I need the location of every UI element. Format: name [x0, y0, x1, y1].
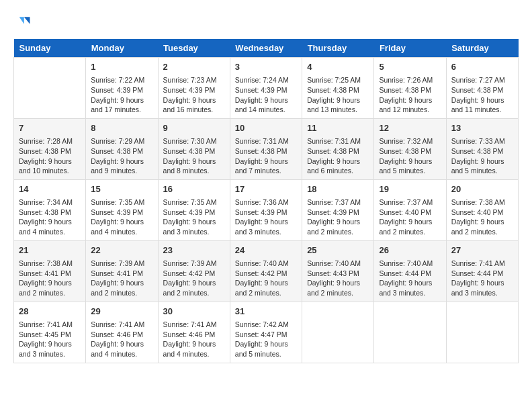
sunset-text: Sunset: 4:39 PM [307, 208, 369, 218]
calendar-cell: 17Sunrise: 7:36 AMSunset: 4:39 PMDayligh… [230, 179, 302, 240]
sunset-text: Sunset: 4:38 PM [307, 146, 369, 156]
sunrise-text: Sunrise: 7:23 AM [163, 75, 225, 85]
sunset-text: Sunset: 4:38 PM [19, 208, 81, 218]
daylight-text: Daylight: 9 hours and 2 minutes. [379, 217, 441, 236]
week-row-2: 7Sunrise: 7:28 AMSunset: 4:38 PMDaylight… [14, 118, 519, 179]
calendar-cell: 3Sunrise: 7:24 AMSunset: 4:39 PMDaylight… [230, 58, 302, 119]
sunset-text: Sunset: 4:42 PM [235, 269, 297, 279]
sunset-text: Sunset: 4:38 PM [379, 85, 441, 95]
day-number: 14 [19, 183, 81, 195]
svg-marker-0 [24, 17, 30, 24]
calendar-cell: 12Sunrise: 7:32 AMSunset: 4:38 PMDayligh… [374, 118, 446, 179]
calendar-cell: 1Sunrise: 7:22 AMSunset: 4:39 PMDaylight… [86, 58, 158, 119]
daylight-text: Daylight: 9 hours and 17 minutes. [91, 95, 152, 115]
daylight-text: Daylight: 9 hours and 16 minutes. [163, 95, 225, 115]
calendar-cell: 28Sunrise: 7:41 AMSunset: 4:45 PMDayligh… [14, 302, 86, 363]
daylight-text: Daylight: 9 hours and 3 minutes. [379, 278, 441, 298]
daylight-text: Daylight: 9 hours and 2 minutes. [451, 217, 513, 236]
week-row-3: 14Sunrise: 7:34 AMSunset: 4:38 PMDayligh… [14, 179, 519, 240]
sunrise-text: Sunrise: 7:40 AM [235, 259, 297, 269]
sunset-text: Sunset: 4:46 PM [163, 330, 225, 340]
day-number: 5 [379, 61, 441, 73]
daylight-text: Daylight: 9 hours and 7 minutes. [235, 156, 297, 176]
sunset-text: Sunset: 4:38 PM [91, 146, 152, 156]
calendar-cell: 18Sunrise: 7:37 AMSunset: 4:39 PMDayligh… [302, 179, 374, 240]
day-number: 23 [163, 244, 225, 257]
calendar-cell: 4Sunrise: 7:25 AMSunset: 4:38 PMDaylight… [302, 58, 374, 119]
header-saturday: Saturday [446, 39, 518, 58]
sunset-text: Sunset: 4:42 PM [163, 269, 225, 279]
week-row-1: 1Sunrise: 7:22 AMSunset: 4:39 PMDaylight… [14, 58, 519, 119]
sunrise-text: Sunrise: 7:38 AM [19, 259, 81, 269]
sunset-text: Sunset: 4:39 PM [91, 208, 152, 218]
daylight-text: Daylight: 9 hours and 8 minutes. [163, 156, 225, 176]
day-number: 29 [91, 306, 152, 318]
header-thursday: Thursday [302, 39, 374, 58]
day-number: 31 [235, 306, 297, 318]
calendar-cell [14, 58, 86, 119]
day-number: 2 [163, 61, 225, 73]
sunrise-text: Sunrise: 7:25 AM [307, 75, 369, 85]
sunset-text: Sunset: 4:40 PM [451, 208, 513, 218]
sunset-text: Sunset: 4:39 PM [91, 85, 152, 95]
sunrise-text: Sunrise: 7:39 AM [91, 259, 152, 269]
calendar-cell: 24Sunrise: 7:40 AMSunset: 4:42 PMDayligh… [230, 240, 302, 302]
sunset-text: Sunset: 4:38 PM [235, 146, 297, 156]
daylight-text: Daylight: 9 hours and 3 minutes. [451, 278, 513, 298]
day-number: 17 [235, 183, 297, 195]
sunset-text: Sunset: 4:44 PM [379, 269, 441, 279]
sunset-text: Sunset: 4:46 PM [91, 330, 152, 340]
calendar-cell [374, 302, 446, 363]
calendar-cell: 7Sunrise: 7:28 AMSunset: 4:38 PMDaylight… [14, 118, 86, 179]
day-number: 10 [235, 122, 297, 134]
calendar-header-row: SundayMondayTuesdayWednesdayThursdayFrid… [14, 39, 519, 58]
sunrise-text: Sunrise: 7:40 AM [379, 259, 441, 269]
sunset-text: Sunset: 4:45 PM [19, 330, 81, 340]
daylight-text: Daylight: 9 hours and 2 minutes. [19, 278, 81, 298]
daylight-text: Daylight: 9 hours and 5 minutes. [379, 156, 441, 176]
calendar-cell: 21Sunrise: 7:38 AMSunset: 4:41 PMDayligh… [14, 240, 86, 302]
daylight-text: Daylight: 9 hours and 3 minutes. [163, 217, 225, 236]
calendar-cell [302, 302, 374, 363]
calendar-cell: 25Sunrise: 7:40 AMSunset: 4:43 PMDayligh… [302, 240, 374, 302]
daylight-text: Daylight: 9 hours and 9 minutes. [91, 156, 152, 176]
sunset-text: Sunset: 4:38 PM [307, 85, 369, 95]
calendar-cell: 31Sunrise: 7:42 AMSunset: 4:47 PMDayligh… [230, 302, 302, 363]
daylight-text: Daylight: 9 hours and 5 minutes. [235, 339, 297, 359]
calendar-cell: 19Sunrise: 7:37 AMSunset: 4:40 PMDayligh… [374, 179, 446, 240]
day-number: 12 [379, 122, 441, 134]
daylight-text: Daylight: 9 hours and 10 minutes. [19, 156, 81, 176]
daylight-text: Daylight: 9 hours and 2 minutes. [307, 278, 369, 298]
week-row-4: 21Sunrise: 7:38 AMSunset: 4:41 PMDayligh… [14, 240, 519, 302]
sunrise-text: Sunrise: 7:38 AM [451, 197, 513, 208]
sunrise-text: Sunrise: 7:27 AM [451, 75, 513, 85]
header-friday: Friday [374, 39, 446, 58]
day-number: 27 [451, 244, 513, 257]
calendar-cell: 22Sunrise: 7:39 AMSunset: 4:41 PMDayligh… [86, 240, 158, 302]
daylight-text: Daylight: 9 hours and 2 minutes. [91, 278, 152, 298]
day-number: 15 [91, 183, 152, 195]
day-number: 21 [19, 244, 81, 257]
sunset-text: Sunset: 4:38 PM [163, 146, 225, 156]
sunrise-text: Sunrise: 7:33 AM [451, 136, 513, 146]
day-number: 18 [307, 183, 369, 195]
sunrise-text: Sunrise: 7:26 AM [379, 75, 441, 85]
sunrise-text: Sunrise: 7:29 AM [91, 136, 152, 146]
svg-marker-1 [19, 17, 24, 24]
calendar-table: SundayMondayTuesdayWednesdayThursdayFrid… [13, 39, 519, 363]
daylight-text: Daylight: 9 hours and 4 minutes. [91, 339, 152, 359]
header-wednesday: Wednesday [230, 39, 302, 58]
sunset-text: Sunset: 4:41 PM [91, 269, 152, 279]
logo [13, 13, 35, 32]
sunset-text: Sunset: 4:40 PM [379, 208, 441, 218]
calendar-cell [446, 302, 518, 363]
calendar-cell: 26Sunrise: 7:40 AMSunset: 4:44 PMDayligh… [374, 240, 446, 302]
calendar-cell: 23Sunrise: 7:39 AMSunset: 4:42 PMDayligh… [158, 240, 230, 302]
sunset-text: Sunset: 4:38 PM [451, 146, 513, 156]
sunset-text: Sunset: 4:38 PM [451, 85, 513, 95]
sunrise-text: Sunrise: 7:30 AM [163, 136, 225, 146]
daylight-text: Daylight: 9 hours and 2 minutes. [235, 278, 297, 298]
sunset-text: Sunset: 4:41 PM [19, 269, 81, 279]
sunrise-text: Sunrise: 7:34 AM [19, 197, 81, 208]
daylight-text: Daylight: 9 hours and 3 minutes. [19, 339, 81, 359]
